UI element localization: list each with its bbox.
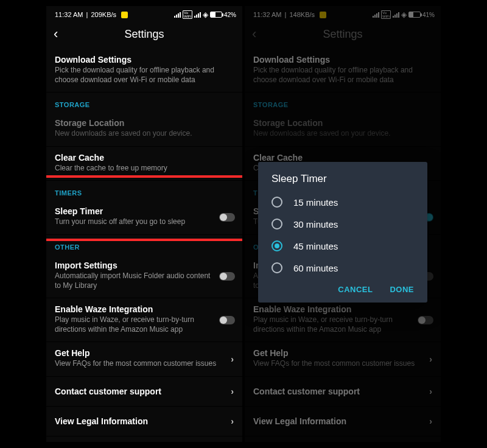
radio-icon (272, 219, 282, 229)
radio-icon (272, 197, 282, 208)
vowifi-icon: VoWiFi (381, 10, 391, 19)
contact-support[interactable]: Contact customer support › (245, 377, 441, 407)
signal-icon-2 (194, 12, 201, 18)
signal-icon (174, 12, 181, 18)
get-help[interactable]: Get Help View FAQs for the most common c… (46, 342, 242, 377)
sleep-timer-option-60[interactable]: 60 minutes (258, 257, 427, 279)
radio-icon (272, 262, 282, 273)
section-storage: STORAGE (46, 93, 242, 112)
item-title: Sleep Timer (55, 206, 214, 216)
signal-icon-2 (393, 12, 399, 18)
item-title: Storage Location (55, 118, 234, 128)
radio-label: 15 minutes (293, 197, 338, 208)
sleep-timer-option-45[interactable]: 45 minutes (258, 235, 427, 257)
item-title: Download Settings (253, 55, 432, 65)
storage-location: Storage Location New downloads are saved… (46, 112, 242, 147)
get-help[interactable]: Get Help View FAQs for the most common c… (245, 342, 441, 377)
item-subtitle: New downloads are saved on your device. (253, 129, 432, 139)
download-settings[interactable]: Download Settings Pick the download qual… (46, 49, 242, 93)
page-title: Settings (245, 28, 441, 41)
sleep-timer-option-30[interactable]: 30 minutes (258, 213, 427, 235)
battery-icon (210, 12, 222, 18)
item-subtitle: Clear the cache to free up memory (55, 164, 234, 173)
item-title: Enable Waze Integration (253, 304, 413, 314)
waze-toggle[interactable] (219, 316, 235, 324)
enable-waze[interactable]: Enable Waze Integration Play music in Wa… (245, 298, 441, 342)
view-legal[interactable]: View Legal Information › (46, 407, 242, 436)
sign-out[interactable]: Sign Out Signed in as Devendra meena (46, 436, 242, 442)
status-time: 11:32 AM (55, 11, 83, 18)
signal-icon (373, 12, 379, 18)
item-title: Enable Waze Integration (55, 304, 214, 314)
item-title: Contact customer support (55, 387, 222, 396)
wifi-icon: ◈ (203, 10, 208, 19)
snapchat-icon (320, 12, 326, 18)
chevron-right-icon: › (231, 416, 234, 426)
item-title: Get Help (55, 348, 222, 358)
battery-percent: 42% (224, 12, 236, 18)
clear-cache[interactable]: Clear Cache Clear the cache to free up m… (46, 147, 242, 181)
item-subtitle: Pick the download quality for offline pl… (253, 66, 432, 85)
import-settings[interactable]: Import Settings Automatically import Mus… (46, 254, 242, 298)
chevron-right-icon: › (429, 387, 432, 396)
item-title: Clear Cache (55, 153, 234, 163)
item-subtitle: View FAQs for the most common customer i… (55, 359, 222, 369)
item-subtitle: New downloads are saved on your device. (55, 129, 234, 139)
sleep-timer-option-15[interactable]: 15 minutes (258, 191, 427, 213)
sleep-timer-dialog: Sleep Timer 15 minutes 30 minutes 45 min… (258, 162, 427, 303)
sleep-timer-toggle[interactable] (219, 213, 235, 222)
snapchat-icon (121, 12, 128, 18)
import-toggle[interactable] (219, 272, 235, 281)
enable-waze[interactable]: Enable Waze Integration Play music in Wa… (46, 298, 242, 342)
item-subtitle: Automatically import Music Folder audio … (55, 271, 214, 290)
app-header: ‹ Settings (46, 22, 242, 49)
sign-out[interactable]: Sign Out Signed in as Devendra meena (245, 436, 441, 442)
status-time: 11:32 AM (253, 11, 281, 18)
section-other: OTHER (46, 235, 242, 254)
status-bar: 11:32 AM | 148KB/s VoWiFi ◈ 41% (245, 6, 441, 22)
item-subtitle: View FAQs for the most common customer i… (253, 359, 420, 369)
section-timers: TIMERS (46, 181, 242, 200)
section-storage: STORAGE (245, 93, 441, 112)
item-title: View Legal Information (55, 416, 222, 426)
download-settings[interactable]: Download Settings Pick the download qual… (245, 49, 441, 93)
dialog-title: Sleep Timer (258, 173, 427, 191)
chevron-right-icon: › (231, 354, 234, 364)
battery-icon (408, 12, 421, 18)
item-title: Storage Location (253, 118, 432, 128)
page-title: Settings (46, 28, 242, 41)
chevron-right-icon: › (429, 416, 432, 426)
contact-support[interactable]: Contact customer support › (46, 377, 242, 407)
phone-left: 11:32 AM | 209KB/s VoWiFi ◈ 42% ‹ Settin… (46, 6, 242, 442)
vowifi-icon: VoWiFi (183, 10, 192, 19)
chevron-right-icon: › (231, 387, 234, 396)
item-subtitle: Pick the download quality for offline pl… (55, 66, 234, 85)
wifi-icon: ◈ (401, 10, 407, 19)
screenshot-pair: 11:32 AM | 209KB/s VoWiFi ◈ 42% ‹ Settin… (0, 0, 487, 448)
phone-right: 11:32 AM | 148KB/s VoWiFi ◈ 41% ‹ Settin… (245, 6, 441, 442)
item-title: Contact customer support (253, 387, 420, 396)
sleep-timer[interactable]: Sleep Timer Turn your music off after yo… (46, 200, 242, 235)
settings-list[interactable]: Download Settings Pick the download qual… (46, 49, 242, 442)
radio-icon (272, 240, 282, 251)
app-header: ‹ Settings (245, 22, 441, 49)
item-title: View Legal Information (253, 416, 420, 426)
status-speed: 148KB/s (289, 11, 315, 18)
chevron-right-icon: › (429, 354, 432, 364)
item-title: Get Help (253, 348, 420, 358)
done-button[interactable]: DONE (390, 285, 414, 294)
dialog-actions: CANCEL DONE (258, 279, 427, 298)
item-subtitle: Play music in Waze, or receive turn-by-t… (253, 315, 413, 334)
status-speed: 209KB/s (91, 11, 116, 18)
item-subtitle: Play music in Waze, or receive turn-by-t… (55, 315, 214, 334)
battery-percent: 41% (422, 12, 435, 18)
cancel-button[interactable]: CANCEL (338, 285, 373, 294)
radio-label: 45 minutes (293, 241, 338, 251)
view-legal[interactable]: View Legal Information › (245, 407, 441, 436)
item-title: Download Settings (55, 55, 234, 65)
waze-toggle[interactable] (418, 316, 433, 324)
item-subtitle: Turn your music off after you go to slee… (55, 217, 214, 227)
radio-label: 30 minutes (293, 219, 338, 229)
radio-label: 60 minutes (293, 263, 338, 273)
status-bar: 11:32 AM | 209KB/s VoWiFi ◈ 42% (46, 6, 242, 22)
